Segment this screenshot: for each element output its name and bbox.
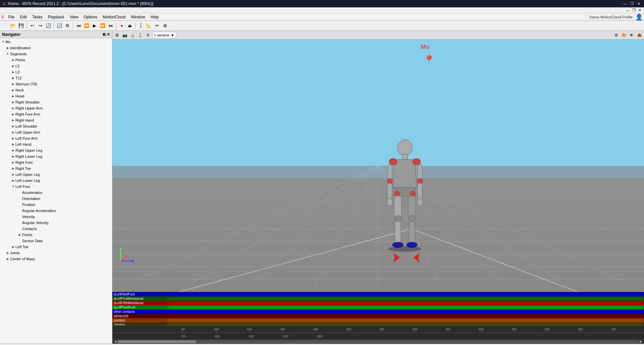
nav-float-button[interactable]: ⧉ [103, 32, 106, 37]
edit-icon-button[interactable]: ✏ [153, 22, 161, 29]
tree-right-foot[interactable]: ▶ Right Foot [0, 159, 112, 165]
profile-avatar-icon[interactable]: 👤 [635, 13, 643, 21]
tree-mo[interactable]: ▼ Mo [0, 39, 112, 45]
tree-contacts[interactable]: Contacts [0, 226, 112, 232]
tree-left-lower-leg[interactable]: ▶ Left Lower Leg [0, 178, 112, 184]
tree-joints[interactable]: ▶ Joints [0, 250, 112, 256]
process-button[interactable]: ⚙ [64, 22, 71, 29]
menu-view[interactable]: View [67, 14, 81, 20]
skip-end-button[interactable]: ⏭ [107, 22, 114, 29]
menu-options[interactable]: Options [81, 14, 100, 20]
mdi-restore[interactable]: ❐ [631, 8, 637, 12]
tree-left-upper-arm[interactable]: ▶ Left Upper Arm [0, 129, 112, 135]
redo-button[interactable]: ↪ [37, 22, 44, 29]
eject-button[interactable]: ⏏ [126, 22, 133, 29]
record-button[interactable]: ● [118, 22, 125, 29]
vt-terrain-button[interactable]: △ [129, 32, 136, 39]
menu-edit[interactable]: Edit [17, 14, 30, 20]
vt-grid-button[interactable]: ⊞ [114, 32, 120, 39]
timeline-scroll-track[interactable] [118, 340, 639, 343]
figure-button[interactable]: 🚶 [137, 22, 145, 29]
tree-position[interactable]: Position [0, 202, 112, 208]
tree-right-upper-arm[interactable]: ▶ Right Upper Arm [0, 105, 112, 111]
new-button[interactable]: 📄 [1, 22, 9, 29]
tree-angular-velocity[interactable]: Angular Velocity [0, 220, 112, 226]
grid-toggle-button[interactable]: ⊞ [161, 22, 169, 29]
track-pLeftPivotFoot[interactable]: pLeftPivotFoot [112, 305, 644, 309]
tree-right-hand[interactable]: ▶ Right Hand [0, 117, 112, 123]
tree-angular-acceleration[interactable]: Angular Acceleration [0, 208, 112, 214]
tree-acceleration[interactable]: Acceleration [0, 190, 112, 196]
next-frame-button[interactable]: ⏩ [99, 22, 106, 29]
track-position[interactable]: position [112, 318, 644, 323]
tree-sternum[interactable]: ▶ Sternum (T8) [0, 81, 112, 87]
tree-segments[interactable]: ▼ Segments [0, 51, 112, 57]
track-clipping[interactable]: clipping [112, 323, 644, 325]
open-button[interactable]: 📂 [9, 22, 17, 29]
menu-tasks[interactable]: Tasks [30, 14, 45, 20]
tree-right-lower-leg[interactable]: ▶ Right Lower Leg [0, 153, 112, 159]
track-pLeftHeelFoot[interactable]: pLeftHeelFoot [112, 292, 644, 296]
menu-help[interactable]: Help [148, 14, 162, 20]
vt-eye-button[interactable]: 👁 [628, 32, 635, 39]
tree-l5[interactable]: ▶ L5 [0, 63, 112, 69]
menu-window[interactable]: Window [128, 14, 148, 20]
tree-left-toe[interactable]: ▶ Left Toe [0, 244, 112, 250]
tree-points[interactable]: ▶ Points [0, 232, 112, 238]
tree-right-fore-arm[interactable]: ▶ Right Fore Arm [0, 111, 112, 117]
vt-color-button[interactable]: 🎨 [621, 32, 627, 39]
track-pLeftFirstMetatarsal[interactable]: pLeftFirstMetatarsal [112, 296, 644, 301]
menu-file[interactable]: File [5, 14, 17, 20]
tree-sensor-data[interactable]: Sensor Data [0, 238, 112, 244]
mdi-minimize[interactable]: — [625, 8, 631, 12]
prev-frame-button[interactable]: ⏪ [83, 22, 90, 29]
tree-identification[interactable]: ▶ Identification [0, 45, 112, 51]
timeline-scroll-thumb[interactable] [118, 340, 196, 343]
tree-t12[interactable]: ▶ T12 [0, 75, 112, 81]
tree-right-toe[interactable]: ▶ Right Toe [0, 165, 112, 171]
svg-marker-41 [373, 253, 400, 263]
close-button[interactable]: ✕ [636, 1, 641, 6]
viewport-3d[interactable]: Mo 📍 [112, 40, 644, 292]
menu-motioncloud[interactable]: MotionCloud [100, 14, 128, 20]
vt-export-button[interactable]: 📤 [636, 32, 643, 39]
calibrate-button[interactable]: 📐 [145, 22, 153, 29]
play-button[interactable]: ▶ [91, 22, 98, 29]
undo-button[interactable]: ↩ [29, 22, 36, 29]
restore-button[interactable]: ❐ [629, 1, 635, 6]
tree-head[interactable]: ▶ Head [0, 93, 112, 99]
tree-left-foot[interactable]: ▼ Left Foot [0, 184, 112, 190]
window-dropdown[interactable]: 1 window ▼ [152, 32, 176, 39]
nav-close-button[interactable]: ✕ [107, 32, 110, 37]
tree-orientation[interactable]: Orientation [0, 196, 112, 202]
minimize-button[interactable]: — [623, 1, 628, 6]
tree-left-upper-leg[interactable]: ▶ Left Upper Leg [0, 171, 112, 178]
save-button[interactable]: 💾 [17, 22, 25, 29]
scroll-left-button[interactable]: ◀ [113, 340, 118, 343]
timeline-ruler-inner[interactable]: 50 100 150 200 250 300 350 [166, 326, 644, 333]
refresh-button[interactable]: 🔄 [45, 22, 52, 29]
track-label-pLeftFirstMetatarsal: pLeftFirstMetatarsal [114, 297, 167, 300]
loop-button[interactable]: 🔃 [56, 22, 63, 29]
vt-person-button[interactable]: 🚶 [137, 32, 144, 39]
tree-velocity[interactable]: Velocity [0, 214, 112, 220]
tree-left-fore-arm[interactable]: ▶ Left Fore Arm [0, 135, 112, 141]
tree-left-shoulder[interactable]: ▶ Left Shoulder [0, 123, 112, 129]
tree-l3[interactable]: ▶ L3 [0, 69, 112, 75]
scroll-right-button[interactable]: ▶ [639, 340, 643, 343]
vt-grid2-button[interactable]: # [145, 32, 151, 39]
mdi-close[interactable]: ✕ [637, 8, 643, 12]
track-advanced[interactable]: advanced [112, 314, 644, 318]
track-pLeftFifthMetatarsal[interactable]: pLeftFifthMetatarsal [112, 301, 644, 305]
tree-right-upper-leg[interactable]: ▶ Right Upper Leg [0, 147, 112, 153]
vt-camera-button[interactable]: 📷 [121, 32, 128, 39]
menu-playback[interactable]: Playback [45, 14, 67, 20]
vt-settings-button[interactable]: ⚙ [613, 32, 620, 39]
tree-left-hand[interactable]: ▶ Left Hand [0, 141, 112, 147]
tree-right-shoulder[interactable]: ▶ Right Shoulder [0, 99, 112, 105]
skip-start-button[interactable]: ⏮ [75, 22, 82, 29]
tree-neck[interactable]: ▶ Neck [0, 87, 112, 93]
tree-center-of-mass[interactable]: ▶ Center of Mass [0, 256, 112, 262]
tree-pelvis[interactable]: ▶ Pelvis [0, 57, 112, 63]
track-other-contacts[interactable]: other contacts [112, 309, 644, 314]
